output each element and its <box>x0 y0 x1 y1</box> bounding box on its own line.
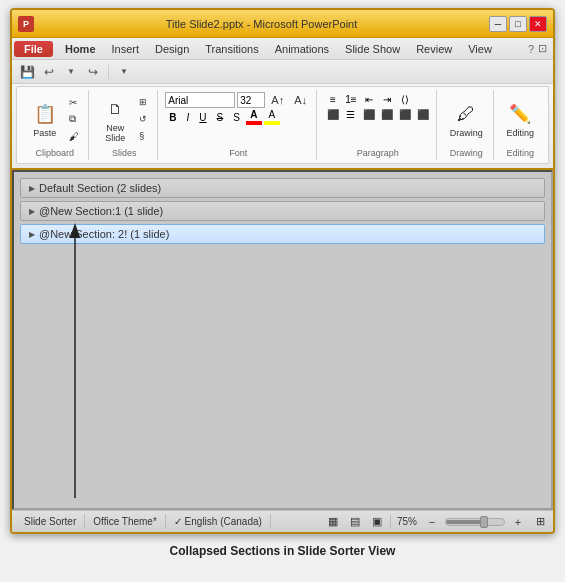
shadow-button[interactable]: S <box>229 109 244 125</box>
menu-view[interactable]: View <box>460 41 500 57</box>
layout-button[interactable]: ⊞ <box>135 94 151 110</box>
cut-button[interactable]: ✂ <box>65 94 83 110</box>
decrease-font-button[interactable]: A↓ <box>290 92 311 108</box>
theme-tab[interactable]: Office Theme* <box>85 514 166 529</box>
editing-group: ✏️ Editing Editing <box>496 90 544 160</box>
font-size-box[interactable]: 32 <box>237 92 265 108</box>
align-right-button[interactable]: ⬛ <box>361 107 377 121</box>
section-2-label: @New Section: 2! (1 slide) <box>39 228 169 240</box>
italic-button[interactable]: I <box>183 109 194 125</box>
font-group: Arial 32 A↑ A↓ B I U S S <box>160 90 317 160</box>
paragraph-rows: ≡ 1≡ ⇤ ⇥ ⟨⟩ ⬛ ☰ ⬛ ⬛ ⬛ <box>325 92 431 146</box>
menu-insert[interactable]: Insert <box>104 41 148 57</box>
section-default-arrow: ▶ <box>29 184 35 193</box>
redo-button[interactable]: ↪ <box>84 63 102 81</box>
section-1-label: @New Section:1 (1 slide) <box>39 205 163 217</box>
justify-button[interactable]: ⬛ <box>379 107 395 121</box>
maximize-button[interactable]: □ <box>509 16 527 32</box>
customize-qa-button[interactable]: ▼ <box>115 63 133 81</box>
zoom-track <box>446 520 484 524</box>
increase-font-button[interactable]: A↑ <box>267 92 288 108</box>
section-button[interactable]: § <box>135 128 151 144</box>
section-2-arrow: ▶ <box>29 230 35 239</box>
undo-button[interactable]: ↩ <box>40 63 58 81</box>
underline-button[interactable]: U <box>195 109 210 125</box>
drawing-buttons: 🖊 Drawing <box>446 92 487 146</box>
highlight-button[interactable]: A <box>264 109 280 125</box>
menu-home[interactable]: Home <box>57 41 104 57</box>
paragraph-row-2: ⬛ ☰ ⬛ ⬛ ⬛ ⬛ <box>325 107 431 121</box>
zoom-plus-button[interactable]: + <box>509 514 527 530</box>
text-direction-button[interactable]: ⬛ <box>415 107 431 121</box>
menu-slideshow[interactable]: Slide Show <box>337 41 408 57</box>
strikethrough-button[interactable]: S <box>213 109 228 125</box>
undo-arrow[interactable]: ▼ <box>62 63 80 81</box>
help-icon[interactable]: ? <box>528 43 534 55</box>
menu-transitions[interactable]: Transitions <box>197 41 266 57</box>
font-color-strip <box>246 121 262 125</box>
section-default[interactable]: ▶ Default Section (2 slides) <box>20 178 545 198</box>
slide-sorter-tab[interactable]: Slide Sorter <box>16 514 85 529</box>
copy-button[interactable]: ⧉ <box>65 111 83 127</box>
quick-access-toolbar: 💾 ↩ ▼ ↪ ▼ <box>12 60 553 84</box>
font-color-button[interactable]: A <box>246 109 262 125</box>
status-right: ▦ ▤ ▣ 75% − + ⊞ <box>324 514 549 530</box>
title-bar: P Title Slide2.pptx - Microsoft PowerPoi… <box>12 10 553 38</box>
status-separator <box>390 515 391 529</box>
section-2[interactable]: ▶ @New Section: 2! (1 slide) <box>20 224 545 244</box>
view-normal-icon[interactable]: ▦ <box>324 514 342 530</box>
section-1[interactable]: ▶ @New Section:1 (1 slide) <box>20 201 545 221</box>
clipboard-buttons: 📋 Paste ✂ ⧉ 🖌 <box>27 92 83 146</box>
window-controls: ─ □ ✕ <box>489 16 547 32</box>
numbering-button[interactable]: 1≡ <box>343 92 359 106</box>
zoom-minus-button[interactable]: − <box>423 514 441 530</box>
qa-separator <box>108 65 109 79</box>
reset-button[interactable]: ↺ <box>135 111 151 127</box>
view-slide-sorter-icon[interactable]: ▤ <box>346 514 364 530</box>
minimize-button[interactable]: ─ <box>489 16 507 32</box>
drawing-icon: 🖊 <box>452 100 480 128</box>
zoom-slider[interactable] <box>445 518 505 526</box>
format-painter-button[interactable]: 🖌 <box>65 128 83 144</box>
menu-review[interactable]: Review <box>408 41 460 57</box>
ribbon: 📋 Paste ✂ ⧉ 🖌 Clipboard <box>12 84 553 170</box>
close-button[interactable]: ✕ <box>529 16 547 32</box>
editing-icon: ✏️ <box>506 100 534 128</box>
restore-icon[interactable]: ⊡ <box>538 42 547 55</box>
ribbon-content: 📋 Paste ✂ ⧉ 🖌 Clipboard <box>16 86 549 164</box>
new-slide-button[interactable]: 🗋 New Slide <box>97 92 133 146</box>
bullets-button[interactable]: ≡ <box>325 92 341 106</box>
align-left-button[interactable]: ⬛ <box>325 107 341 121</box>
view-reading-icon[interactable]: ▣ <box>368 514 386 530</box>
zoom-handle[interactable] <box>480 516 488 528</box>
main-content: ▶ Default Section (2 slides) ▶ @New Sect… <box>12 170 553 510</box>
decrease-indent-button[interactable]: ⇤ <box>361 92 377 106</box>
bold-button[interactable]: B <box>165 109 180 125</box>
drawing-button[interactable]: 🖊 Drawing <box>446 97 487 141</box>
language-tab[interactable]: ✓ English (Canada) <box>166 514 271 529</box>
font-name-box[interactable]: Arial <box>165 92 235 108</box>
clipboard-group: 📋 Paste ✂ ⧉ 🖌 Clipboard <box>21 90 89 160</box>
clipboard-label: Clipboard <box>35 148 74 158</box>
increase-indent-button[interactable]: ⇥ <box>379 92 395 106</box>
section-default-label: Default Section (2 slides) <box>39 182 161 194</box>
paragraph-group: ≡ 1≡ ⇤ ⇥ ⟨⟩ ⬛ ☰ ⬛ ⬛ ⬛ <box>319 90 437 160</box>
smart-art-button[interactable]: ⟨⟩ <box>397 92 413 106</box>
menu-design[interactable]: Design <box>147 41 197 57</box>
save-button[interactable]: 💾 <box>18 63 36 81</box>
slides-buttons: 🗋 New Slide ⊞ ↺ § <box>97 92 151 146</box>
caption: Collapsed Sections in Slide Sorter View <box>0 544 565 558</box>
align-center-button[interactable]: ☰ <box>343 107 359 121</box>
application-window: P Title Slide2.pptx - Microsoft PowerPoi… <box>10 8 555 534</box>
paste-button[interactable]: 📋 Paste <box>27 97 63 141</box>
columns-button[interactable]: ⬛ <box>397 107 413 121</box>
editing-buttons: ✏️ Editing <box>502 92 538 146</box>
editing-button[interactable]: ✏️ Editing <box>502 97 538 141</box>
menu-animations[interactable]: Animations <box>267 41 337 57</box>
section-1-arrow: ▶ <box>29 207 35 216</box>
font-row-2: B I U S S A A <box>165 109 311 125</box>
menu-file[interactable]: File <box>14 41 53 57</box>
fit-to-window-button[interactable]: ⊞ <box>531 514 549 530</box>
paste-icon: 📋 <box>31 100 59 128</box>
window-title: Title Slide2.pptx - Microsoft PowerPoint <box>34 18 489 30</box>
